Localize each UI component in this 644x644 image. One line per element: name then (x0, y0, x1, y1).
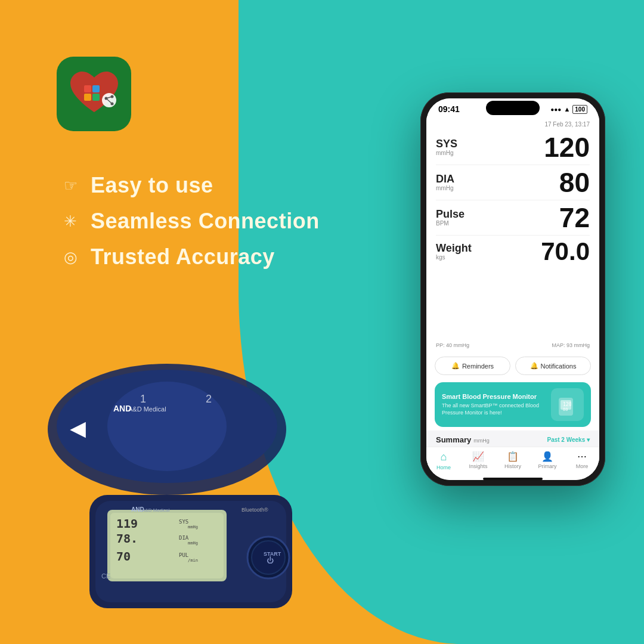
sys-label: SYS mmHg (436, 138, 457, 157)
pulse-label: Pulse BPM (436, 209, 465, 227)
svg-text:Bluetooth®: Bluetooth® (242, 507, 268, 513)
phone-body: 09:41 ●●● ▲ 100 17 Feb 23, 13:17 SYS (420, 92, 605, 486)
svg-text:SYS: SYS (179, 519, 188, 525)
promo-description: The all new SmartBP™ connected Blood Pre… (442, 402, 546, 416)
pulse-row: Pulse BPM 72 (436, 200, 590, 236)
svg-text:⏻: ⏻ (267, 556, 274, 565)
sys-row: SYS mmHg 120 (436, 130, 590, 165)
summary-period[interactable]: Past 2 Weeks ▾ (547, 436, 590, 443)
promo-text: Smart Blood Pressure Monitor The all new… (442, 393, 546, 416)
easy-to-use-label: Easy to use (91, 173, 213, 198)
history-icon: 📋 (507, 451, 519, 462)
svg-text:120: 120 (563, 402, 572, 407)
svg-text:2: 2 (206, 393, 212, 405)
map-value: MAP: 93 mmHg (552, 342, 590, 348)
reminder-icon: 🔔 (451, 362, 460, 370)
weight-label: Weight kgs (436, 243, 472, 261)
more-icon: ⋯ (577, 451, 587, 462)
battery-icon: 100 (572, 105, 587, 114)
status-time: 09:41 (438, 104, 460, 114)
svg-text:PUL: PUL (179, 552, 188, 558)
sys-value: 120 (544, 134, 590, 161)
phone-screen: 09:41 ●●● ▲ 100 17 Feb 23, 13:17 SYS (426, 98, 599, 480)
dia-value: 80 (559, 169, 590, 196)
primary-nav-label: Primary (538, 463, 557, 469)
svg-point-4 (102, 93, 116, 107)
svg-text:CE: CE (101, 572, 110, 580)
svg-text:80: 80 (563, 407, 568, 412)
app-icon[interactable] (57, 57, 131, 131)
pp-value: PP: 40 mmHg (436, 342, 469, 348)
summary-unit: mmHg (473, 438, 490, 444)
reminders-button[interactable]: 🔔 Reminders (435, 357, 510, 375)
home-indicator (483, 478, 543, 480)
svg-rect-1 (92, 85, 100, 92)
svg-text:119: 119 (116, 516, 138, 531)
svg-text:DIA: DIA (179, 535, 189, 541)
svg-text:mmHg: mmHg (188, 525, 198, 530)
svg-rect-3 (92, 94, 100, 101)
action-buttons: 🔔 Reminders 🔔 Notifications (426, 353, 599, 379)
bp-monitor-image: 119 SYS mmHg 78. DIA mmHg 70 PUL /min AN… (36, 358, 346, 608)
summary-bar: Summary mmHg Past 2 Weeks ▾ (426, 431, 599, 447)
svg-text:A&D Medical: A&D Medical (142, 507, 169, 513)
primary-icon: 👤 (541, 451, 553, 462)
readings-area: SYS mmHg 120 DIA mmHg 80 (426, 130, 599, 340)
notification-icon: 🔔 (530, 362, 538, 370)
reading-meta: PP: 40 mmHg MAP: 93 mmHg (426, 340, 599, 353)
signal-icon: ●●● (550, 106, 561, 113)
summary-label: Summary (436, 435, 471, 444)
app-content: 17 Feb 23, 13:17 SYS mmHg 120 DIA mmHg (426, 116, 599, 480)
nav-insights[interactable]: 📈 Insights (461, 451, 496, 470)
insights-nav-label: Insights (469, 463, 487, 469)
svg-text:/min: /min (188, 558, 198, 563)
promo-device-icon: 120 80 (551, 388, 584, 421)
promo-card[interactable]: Smart Blood Pressure Monitor The all new… (435, 382, 591, 427)
reading-date: 17 Feb 23, 13:17 (426, 116, 599, 130)
notifications-button[interactable]: 🔔 Notifications (515, 357, 591, 375)
connection-icon: ✳ (60, 212, 81, 231)
history-nav-label: History (504, 463, 521, 469)
svg-text:70: 70 (116, 549, 131, 564)
nav-more[interactable]: ⋯ More (565, 451, 599, 470)
more-nav-label: More (576, 463, 589, 469)
nav-history[interactable]: 📋 History (496, 451, 530, 470)
weight-row: Weight kgs 70.0 (436, 236, 590, 268)
nav-home[interactable]: ⌂ Home (426, 451, 461, 470)
dia-row: DIA mmHg 80 (436, 165, 590, 200)
svg-text:A&D Medical: A&D Medical (128, 405, 166, 413)
nav-primary[interactable]: 👤 Primary (530, 451, 565, 470)
hand-icon: ☞ (60, 177, 81, 195)
feature-easy-to-use: ☞ Easy to use (60, 173, 320, 198)
accuracy-label: Trusted Accuracy (91, 244, 275, 270)
svg-rect-0 (84, 85, 91, 92)
promo-title: Smart Blood Pressure Monitor (442, 393, 546, 400)
svg-text:78.: 78. (116, 531, 138, 546)
dynamic-island (486, 101, 540, 115)
home-icon: ⌂ (441, 451, 447, 463)
feature-seamless: ✳ Seamless Connection (60, 209, 320, 234)
pulse-value: 72 (559, 204, 590, 231)
dia-label: DIA mmHg (436, 174, 454, 192)
svg-text:mmHg: mmHg (188, 541, 198, 546)
status-icons: ●●● ▲ 100 (550, 105, 587, 114)
weight-value: 70.0 (541, 239, 590, 264)
phone-mockup: 09:41 ●●● ▲ 100 17 Feb 23, 13:17 SYS (420, 92, 605, 486)
feature-accuracy: ◎ Trusted Accuracy (60, 244, 320, 270)
svg-rect-2 (84, 94, 91, 101)
insights-icon: 📈 (472, 451, 484, 462)
features-list: ☞ Easy to use ✳ Seamless Connection ◎ Tr… (60, 173, 320, 280)
target-icon: ◎ (60, 248, 81, 267)
svg-text:1: 1 (140, 393, 146, 405)
left-arrow: ◀ (70, 417, 85, 440)
bottom-nav: ⌂ Home 📈 Insights 📋 History 👤 Primary (426, 447, 599, 475)
seamless-label: Seamless Connection (91, 209, 320, 234)
home-nav-label: Home (436, 465, 451, 470)
wifi-icon: ▲ (564, 106, 570, 113)
